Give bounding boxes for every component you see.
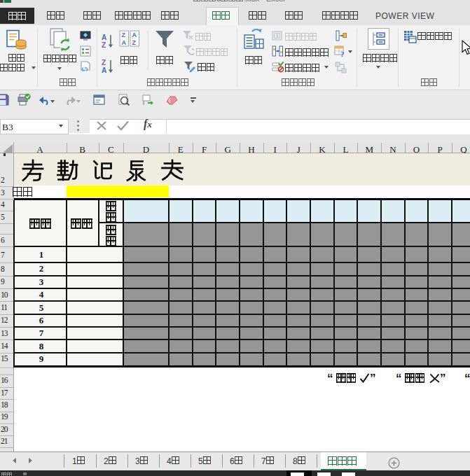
svg-text:A: A bbox=[102, 66, 106, 74]
svg-text:A: A bbox=[102, 34, 106, 41]
svg-text:Z: Z bbox=[102, 41, 106, 48]
svg-text:A: A bbox=[132, 31, 137, 38]
svg-text:?: ? bbox=[340, 50, 345, 57]
svg-text:Z: Z bbox=[102, 59, 106, 66]
svg-text:Z: Z bbox=[132, 39, 136, 46]
svg-text:Z: Z bbox=[121, 31, 125, 38]
svg-text:A: A bbox=[121, 39, 126, 46]
